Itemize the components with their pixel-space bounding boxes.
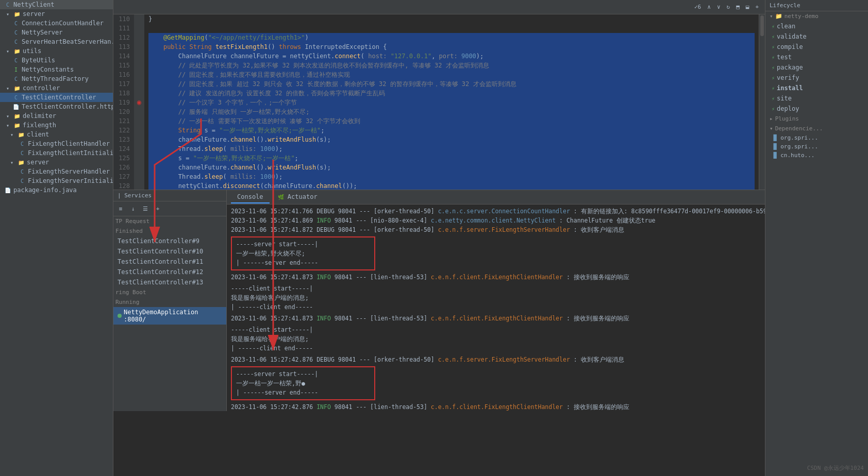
panel-tabs: Console 🌿 Actuator [227, 190, 765, 205]
code-line-125: s = "一岁一枯荣,野火烧不尽;一岁一枯"; [148, 154, 755, 163]
dep-item-2[interactable]: ▐▌ org.spri... [765, 142, 868, 151]
sidebar-folder-server[interactable]: ▾ 📁 server [0, 9, 113, 19]
tab-console[interactable]: Console [231, 191, 270, 203]
expand-icon: ▾ [4, 113, 11, 119]
folder-icon: 📁 [13, 113, 21, 119]
lifecycle-item-compile[interactable]: ⚡ compile [765, 42, 868, 52]
code-line-119: // 一个汉字 3 个字节，一个，;一个字节 [148, 98, 755, 107]
sidebar-item-nettyserver[interactable]: C NettyServer [0, 28, 113, 37]
layout-icon1[interactable]: ⬒ [734, 3, 742, 11]
lifecycle-icon: ⚡ [772, 86, 775, 91]
lifecycle-item-package[interactable]: ⚡ package [765, 62, 868, 73]
watermark: CSDN @永远少年1024 [807, 464, 864, 472]
lifecycle-item-validate[interactable]: ⚡ validate [765, 31, 868, 42]
lifecycle-item-test[interactable]: ⚡ test [765, 52, 868, 62]
expand-icon: ▸ [770, 115, 773, 122]
class-icon: C [12, 21, 20, 26]
folder-icon: 📁 [13, 86, 21, 91]
services-btn-filter[interactable]: ☰ [140, 203, 151, 214]
lifecycle-item-deploy[interactable]: ⚡ deploy [765, 104, 868, 114]
layout-icon2[interactable]: ⬓ [744, 3, 752, 11]
server-box-line-1: -----server start-----| [236, 240, 370, 249]
services-btn-add[interactable]: + [153, 203, 163, 214]
lifecycle-icon: ⚡ [772, 34, 775, 40]
lifecycle-section-nettydemo[interactable]: ▾ 📁 netty-demo [765, 11, 868, 21]
sidebar-item-testclientcontroller[interactable]: C TestClientController [0, 93, 113, 102]
up-icon[interactable]: ∧ [705, 3, 713, 11]
sidebar-item-fixlengthserverinitializer[interactable]: C FixLengthServerInitializer [0, 176, 113, 185]
lifecycle-icon: ⚡ [772, 44, 775, 50]
lifecycle-icon: ⚡ [772, 75, 775, 81]
sidebar-item-heartbeat[interactable]: C ServerHeartBeatServerHan... [0, 37, 113, 46]
lifecycle-section-plugins[interactable]: ▸ Plugins [765, 114, 868, 124]
dep-item-1[interactable]: ▐▌ org.spri... [765, 133, 868, 142]
lifecycle-section-dependencies[interactable]: ▾ Dependencie... [765, 124, 868, 133]
sidebar-folder-controller[interactable]: ▾ 📁 controller [0, 83, 113, 93]
server-box-line-3: | ------server end----- [236, 258, 370, 267]
code-line-113: public String testFixLength1() throws In… [148, 42, 755, 52]
check-icon[interactable]: ✓6 [692, 3, 703, 11]
main-container: C NettyClient ▾ 📁 server C ConnectionCou… [0, 0, 868, 476]
sidebar-folder-client[interactable]: ▾ 📁 client [0, 130, 113, 139]
lifecycle-item-clean[interactable]: ⚡ clean [765, 21, 868, 31]
class-icon: C [12, 95, 20, 100]
file-tree-sidebar: C NettyClient ▾ 📁 server C ConnectionCou… [0, 0, 113, 476]
lifecycle-item-site[interactable]: ⚡ site [765, 93, 868, 104]
sidebar-item-fixlengthserverhandler[interactable]: C FixLengthServerHandler [0, 167, 113, 176]
sidebar-folder-fixlength[interactable]: ▾ 📁 fixlength [0, 121, 113, 130]
sidebar-item-connectioncount[interactable]: C ConnectionCountHandler [0, 19, 113, 28]
down-icon[interactable]: ∨ [715, 3, 723, 11]
server-box-line-2: 一岁一枯荣,野火烧不尽; [236, 249, 370, 258]
sidebar-item-testclientcontrollerhttp[interactable]: 📄 TestClientController.http [0, 102, 113, 111]
class-icon: C [12, 30, 20, 36]
services-btn-menu[interactable]: ≡ [115, 203, 126, 214]
sidebar-item-packageinfo[interactable]: 📄 package-info.java [0, 185, 113, 195]
sidebar-item-nettyclient[interactable]: C NettyClient [0, 0, 113, 9]
service-item-1[interactable]: TestClientController#9 [113, 236, 226, 246]
add-icon[interactable]: + [753, 3, 761, 11]
sidebar-item-nettythreadfactory[interactable]: C NettyThreadFactory [0, 74, 113, 83]
sidebar-folder-delimiter[interactable]: ▾ 📁 delimiter [0, 111, 113, 121]
lifecycle-item-verify[interactable]: ⚡ verify [765, 73, 868, 83]
tab-actuator[interactable]: 🌿 Actuator [272, 191, 324, 203]
lifecycle-panel: Lifecycle ▾ 📁 netty-demo ⚡ clean ⚡ valid… [765, 0, 868, 476]
code-line-116: // 固定长度，如果长度不够且需要收到消息，通过补空格实现 [148, 70, 755, 79]
class-icon: C [12, 58, 20, 63]
sidebar-item-nettyconstants[interactable]: I NettyConstants [0, 65, 113, 74]
services-toolbar: ≡ ↓ ☰ + [113, 201, 226, 216]
running-indicator [118, 314, 122, 318]
code-content[interactable]: } @GetMapping("<~/app/netty/fixLength1>"… [144, 14, 759, 190]
sidebar-folder-utils[interactable]: ▾ 📁 utils [0, 46, 113, 56]
service-group-running: Running [113, 297, 226, 307]
vertical-scrollbar[interactable] [759, 14, 765, 190]
dep-item-3[interactable]: ▐▌ cn.huto... [765, 151, 868, 160]
service-item-3[interactable]: TestClientController#11 [113, 257, 226, 267]
sidebar-item-fixlengthclienthandler[interactable]: C FixLengthClientHandler [0, 139, 113, 148]
refresh-icon[interactable]: ↻ [725, 3, 732, 11]
log-line-6: 2023-11-06 15:27:42.876 DEBUG 98041 --- … [231, 355, 761, 364]
class-icon: C [19, 169, 26, 175]
client-output-box-2: -----client start-----| 我是服务端给客户端的消息; | … [231, 324, 761, 354]
sidebar-item-byteutils[interactable]: C ByteUtils [0, 56, 113, 65]
expand-icon: ▾ [4, 48, 11, 54]
lifecycle-item-install[interactable]: ⚡ install [765, 83, 868, 93]
code-line-127: Thread.sleep( millis: 1000); [148, 172, 755, 181]
folder-icon: 📁 [18, 160, 25, 165]
class-icon: C [19, 178, 26, 184]
code-line-120: // 服务端 只能收到 一岁一枯荣,野火烧不尽; [148, 107, 755, 116]
code-line-115: // 此处是字节长度为 32,如果不够 32 则本次发送的消息收不到会暂存到缓存… [148, 61, 755, 70]
service-item-5[interactable]: TestClientController#13 [113, 277, 226, 287]
folder-icon: 📁 [13, 11, 21, 17]
services-btn-down[interactable]: ↓ [128, 203, 138, 214]
console-output[interactable]: 2023-11-06 15:27:41.766 DEBUG 98041 --- … [227, 205, 765, 411]
code-line-121: // 一岁一枯 需要等下一次发送的时候 凑够 32 个字节才会收到 [148, 116, 755, 126]
services-panel: | Services ≡ ↓ ☰ + TP Request Finished T… [113, 190, 227, 411]
sidebar-item-fixlengthclientinitializer[interactable]: C FixLengthClientInitializer [0, 148, 113, 158]
expand-icon: ▾ [8, 132, 15, 138]
expand-icon: ▾ [4, 11, 11, 17]
sidebar-folder-server2[interactable]: ▾ 📁 server [0, 158, 113, 167]
service-item-nettydemo[interactable]: NettyDemoApplication :8080/ [113, 307, 226, 325]
service-item-2[interactable]: TestClientController#10 [113, 246, 226, 257]
service-item-4[interactable]: TestClientController#12 [113, 267, 226, 277]
log-line-5: 2023-11-06 15:27:41.873 INFO 98041 --- [… [231, 314, 761, 323]
